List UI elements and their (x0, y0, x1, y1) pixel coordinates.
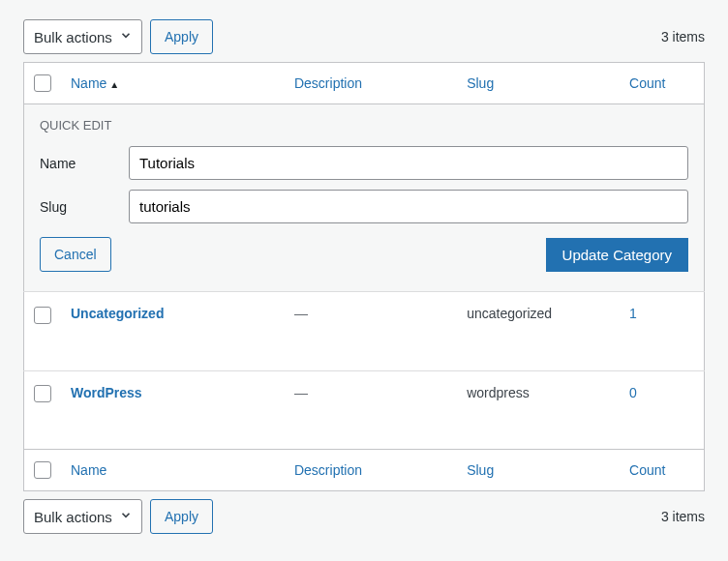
bulk-actions-group: Bulk actions Apply (23, 19, 213, 54)
bulk-actions-group-bottom: Bulk actions Apply (23, 499, 213, 534)
slug-cell: uncategorized (467, 306, 552, 321)
name-input[interactable] (129, 146, 688, 180)
row-checkbox[interactable] (34, 307, 51, 324)
column-header-description[interactable]: Description (294, 75, 362, 91)
quick-edit-row: QUICK EDIT Name Slug Cancel Update Categ… (24, 104, 705, 292)
count-link[interactable]: 0 (629, 385, 637, 400)
category-name-link[interactable]: Uncategorized (71, 306, 164, 321)
update-category-button[interactable]: Update Category (546, 238, 688, 272)
column-footer-slug[interactable]: Slug (467, 462, 494, 478)
sort-asc-icon: ▲ (109, 79, 119, 90)
bulk-actions-select-bottom[interactable]: Bulk actions (23, 499, 142, 534)
select-all-checkbox[interactable] (34, 74, 51, 92)
apply-button[interactable]: Apply (150, 19, 213, 54)
column-header-name[interactable]: Name▲ (71, 75, 119, 91)
table-row: Uncategorized — uncategorized 1 (24, 292, 705, 370)
slug-label: Slug (40, 199, 129, 215)
row-checkbox[interactable] (34, 385, 51, 402)
column-footer-description[interactable]: Description (294, 462, 362, 478)
column-footer-name[interactable]: Name (71, 462, 106, 478)
select-all-checkbox-footer[interactable] (34, 461, 51, 479)
column-footer-count[interactable]: Count (629, 462, 665, 478)
cancel-button[interactable]: Cancel (40, 237, 111, 272)
name-label: Name (40, 156, 129, 171)
description-cell: — (294, 306, 308, 321)
slug-cell: wordpress (467, 385, 530, 400)
tablenav-bottom: Bulk actions Apply 3 items (23, 499, 705, 534)
items-count: 3 items (661, 29, 705, 44)
count-link[interactable]: 1 (629, 306, 637, 321)
category-name-link[interactable]: WordPress (71, 385, 142, 400)
slug-input[interactable] (129, 190, 688, 223)
quick-edit-legend: QUICK EDIT (40, 118, 688, 133)
description-cell: — (294, 385, 308, 400)
categories-table: Name▲ Description Slug Count QUICK EDIT … (23, 62, 705, 491)
table-row: WordPress — wordpress 0 (24, 370, 705, 449)
apply-button-bottom[interactable]: Apply (150, 499, 213, 534)
column-header-count[interactable]: Count (629, 75, 665, 91)
items-count-bottom: 3 items (661, 509, 705, 524)
column-header-slug[interactable]: Slug (467, 75, 494, 91)
tablenav-top: Bulk actions Apply 3 items (23, 19, 705, 54)
bulk-actions-select[interactable]: Bulk actions (23, 19, 142, 54)
